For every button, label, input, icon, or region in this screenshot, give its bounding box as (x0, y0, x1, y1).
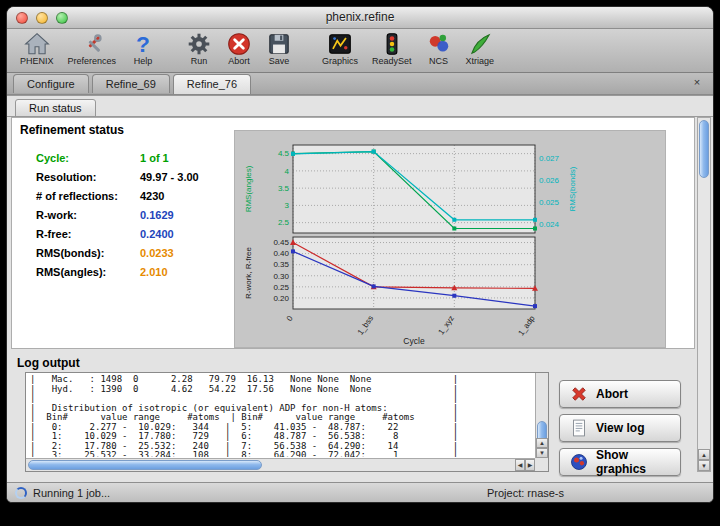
main-scroll-thumb[interactable] (699, 120, 709, 178)
toolbar-button-label: Save (269, 56, 290, 66)
svg-text:RMS(angles): RMS(angles) (244, 165, 253, 212)
toolbar-button-abort[interactable]: Abort (219, 30, 259, 66)
svg-text:2.5: 2.5 (278, 218, 290, 227)
stat-label: Cycle: (36, 152, 140, 164)
stat-row-rms-bonds-: RMS(bonds):0.0233 (36, 243, 199, 262)
ncs-icon (426, 31, 452, 57)
refinement-stats: Cycle:1 of 1Resolution:49.97 - 3.00# of … (36, 148, 199, 281)
svg-text:0.30: 0.30 (273, 272, 289, 281)
tab-close-button[interactable]: × (690, 76, 704, 90)
scroll-up-icon[interactable]: ▲ (698, 449, 710, 460)
svg-text:0.45: 0.45 (273, 238, 289, 247)
svg-text:0.024: 0.024 (539, 220, 560, 229)
svg-text:?: ? (136, 31, 150, 57)
view-log-icon (569, 418, 589, 438)
stat-row-resolution-: Resolution:49.97 - 3.00 (36, 167, 199, 186)
toolbar-button-graphics[interactable]: Graphics (315, 30, 365, 66)
stat-label: RMS(angles): (36, 266, 140, 278)
stat-label: R-work: (36, 209, 140, 221)
tab-bar: ConfigureRefine_69Refine_76 × (7, 73, 713, 95)
save-icon (266, 31, 292, 57)
show-graphics-icon (569, 452, 589, 472)
action-button-label: View log (596, 421, 644, 435)
log-output-box[interactable]: | Mac. : 1498 0 2.28 79.79 16.13 None No… (25, 372, 549, 472)
log-output-heading: Log output (17, 356, 80, 370)
subtab-run-status[interactable]: Run status (15, 99, 96, 117)
toolbar-button-phenix[interactable]: PHENIX (13, 30, 61, 66)
svg-text:4: 4 (285, 167, 290, 176)
scroll-right-icon[interactable]: ▶ (525, 459, 535, 471)
svg-text:0.35: 0.35 (273, 260, 289, 269)
stat-row-rms-angles-: RMS(angles):2.010 (36, 262, 199, 281)
svg-text:RMS(bonds): RMS(bonds) (568, 166, 577, 211)
stat-value: 4230 (140, 190, 164, 202)
toolbar-button-label: Help (134, 56, 153, 66)
toolbar-button-save[interactable]: Save (259, 30, 299, 66)
stat-row--of-reflections-: # of reflections:4230 (36, 186, 199, 205)
toolbar-button-label: PHENIX (20, 56, 54, 66)
stat-row-r-free-: R-free:0.2400 (36, 224, 199, 243)
minimize-window-button[interactable] (36, 12, 48, 24)
titlebar[interactable]: phenix.refine (7, 7, 713, 29)
stat-value: 0.0233 (140, 247, 174, 259)
svg-text:4.5: 4.5 (278, 149, 290, 158)
stat-value: 2.010 (140, 266, 168, 278)
toolbar-button-label: Abort (228, 56, 250, 66)
tab-refine-76[interactable]: Refine_76 (173, 74, 251, 94)
toolbar-button-label: Preferences (68, 56, 117, 66)
log-text: | Mac. : 1498 0 2.28 79.79 16.13 None No… (30, 375, 534, 457)
run-icon (186, 31, 212, 57)
log-hscroll-thumb[interactable] (28, 460, 262, 470)
toolbar-button-label: Run (191, 56, 208, 66)
svg-text:0.20: 0.20 (273, 294, 289, 303)
svg-text:0: 0 (285, 314, 295, 323)
stat-value: 0.2400 (140, 228, 174, 240)
svg-text:0.25: 0.25 (273, 283, 289, 292)
scrollbar-corner (535, 458, 548, 471)
toolbar-button-run[interactable]: Run (179, 30, 219, 66)
tab-content: Run status Refinement status Cycle:1 of … (7, 95, 713, 482)
action-button-label: Abort (596, 387, 628, 401)
abort-x-icon (569, 384, 589, 404)
svg-text:0.026: 0.026 (539, 176, 560, 185)
toolbar-button-xtriage[interactable]: Xtriage (459, 30, 502, 66)
stat-label: RMS(bonds): (36, 247, 140, 259)
tab-refine-69[interactable]: Refine_69 (92, 74, 170, 93)
stat-row-cycle-: Cycle:1 of 1 (36, 148, 199, 167)
svg-text:1_xyz: 1_xyz (437, 314, 456, 336)
stat-label: Resolution: (36, 171, 140, 183)
screen: phenix.refine PHENIXPreferences?HelpRunA… (0, 0, 720, 526)
main-vertical-scrollbar[interactable]: ▲ ▼ (697, 117, 711, 472)
window-title: phenix.refine (7, 7, 713, 28)
scroll-left-icon[interactable]: ◀ (515, 459, 525, 471)
view-log-button[interactable]: View log (559, 414, 681, 442)
toolbar-button-readyset[interactable]: ReadySet (365, 30, 419, 66)
svg-text:3.5: 3.5 (278, 184, 290, 193)
project-label: Project: rnase-s (487, 487, 564, 499)
app-window: phenix.refine PHENIXPreferences?HelpRunA… (6, 6, 714, 503)
status-bar: Running 1 job... Project: rnase-s (7, 482, 713, 502)
stat-value: 0.1629 (140, 209, 174, 221)
svg-text:1_adp: 1_adp (517, 314, 537, 338)
zoom-window-button[interactable] (56, 12, 68, 24)
toolbar-button-help[interactable]: ?Help (123, 30, 163, 66)
scroll-up-icon[interactable]: ▲ (536, 438, 548, 448)
scroll-down-icon[interactable]: ▼ (698, 460, 710, 471)
close-window-button[interactable] (16, 12, 28, 24)
toolbar-button-preferences[interactable]: Preferences (61, 30, 124, 66)
show-graphics-button[interactable]: Show graphics (559, 448, 681, 476)
log-horizontal-scrollbar[interactable]: ◀ ▶ (26, 458, 535, 471)
svg-text:1_bss: 1_bss (356, 314, 376, 337)
stat-row-r-work-: R-work:0.1629 (36, 205, 199, 224)
svg-text:0.40: 0.40 (273, 249, 289, 258)
abort-button[interactable]: Abort (559, 380, 681, 408)
svg-text:0.027: 0.027 (539, 154, 560, 163)
phenix-home-icon (24, 31, 50, 57)
scroll-down-icon[interactable]: ▼ (536, 448, 548, 458)
stat-value: 49.97 - 3.00 (140, 171, 199, 183)
log-vertical-scrollbar[interactable]: ▲ ▼ (535, 373, 548, 458)
svg-text:R-work, R-free: R-work, R-free (244, 246, 253, 299)
svg-text:3: 3 (285, 201, 290, 210)
tab-configure[interactable]: Configure (13, 74, 89, 93)
toolbar-button-ncs[interactable]: NCS (419, 30, 459, 66)
